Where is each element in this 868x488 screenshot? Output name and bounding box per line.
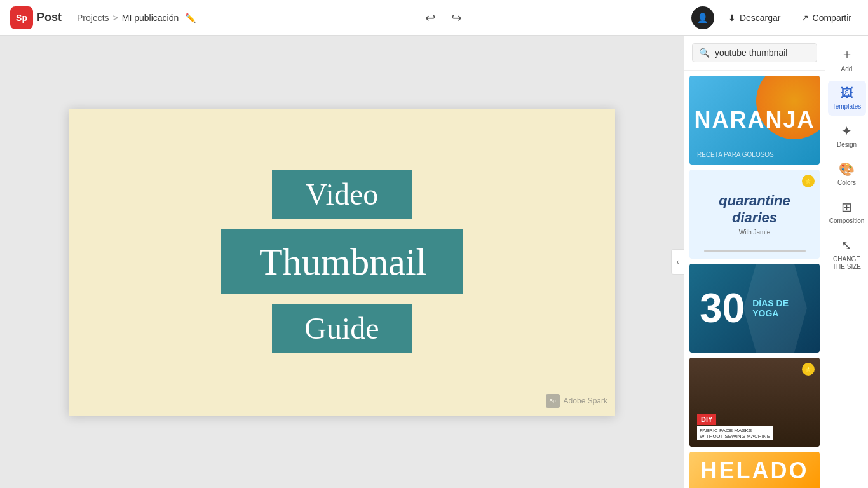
yoga-text-block: DÍAS DE YOGA xyxy=(752,298,810,318)
sidebar-change-size-label: CHANGE THE SIZE xyxy=(831,255,864,271)
quarantine-inner: quarantinediaries With Jamie xyxy=(719,193,790,236)
helado-title: HELADO xyxy=(701,458,809,484)
sidebar-templates-label: Templates xyxy=(832,103,862,111)
search-input[interactable] xyxy=(715,48,825,58)
quarantine-title: quarantinediaries xyxy=(719,193,790,226)
templates-grid: NARANJA RECETA PARA GOLOSOS ⭐ quarantine… xyxy=(684,71,825,488)
canvas-block-video[interactable]: Video xyxy=(272,170,412,219)
breadcrumb-separator: > xyxy=(113,13,118,23)
topbar-center: ↩ ↪ xyxy=(196,6,691,29)
video-text: Video xyxy=(306,177,378,211)
colors-icon: 🎨 xyxy=(839,161,855,177)
redo-button[interactable]: ↪ xyxy=(447,6,466,29)
template-card-diy[interactable]: ⭐ DIY FABRIC FACE MASKSWITHOUT SEWING MA… xyxy=(689,358,820,447)
breadcrumb-projects[interactable]: Projects xyxy=(77,13,109,23)
download-icon: ⬇ xyxy=(728,13,736,23)
video-text-box[interactable]: Video xyxy=(272,170,412,219)
user-avatar[interactable]: 👤 xyxy=(691,6,714,29)
change-size-icon: ⤡ xyxy=(841,238,852,253)
template-card-quarantine[interactable]: ⭐ quarantinediaries With Jamie xyxy=(689,170,820,259)
app-name: Post xyxy=(37,11,62,24)
template-card-naranja[interactable]: NARANJA RECETA PARA GOLOSOS xyxy=(689,76,820,165)
canvas[interactable]: Video Thumbnail Guide Sp Adobe Spark xyxy=(69,109,615,416)
sidebar-item-templates[interactable]: 🖼 Templates xyxy=(828,81,866,116)
templates-icon: 🖼 xyxy=(841,86,853,100)
guide-text-box[interactable]: Guide xyxy=(272,304,412,353)
sidebar-item-colors[interactable]: 🎨 Colors xyxy=(828,156,866,192)
template-card-helado[interactable]: HELADO xyxy=(689,452,820,488)
search-wrapper[interactable]: 🔍 ✕ xyxy=(692,43,817,62)
share-icon: ↗ xyxy=(801,13,809,23)
app-logo[interactable]: Sp Post xyxy=(10,6,62,29)
template-card-yoga[interactable]: 30 DÍAS DE YOGA xyxy=(689,264,820,353)
topbar: Sp Post Projects > MI publicación ✏️ ↩ ↪… xyxy=(0,0,868,36)
breadcrumb: Projects > MI publicación ✏️ xyxy=(77,13,196,23)
breadcrumb-current: MI publicación xyxy=(122,13,179,23)
watermark-label: Adobe Spark xyxy=(564,396,607,405)
logo-icon: Sp xyxy=(10,6,33,29)
quarantine-book-decoration xyxy=(704,250,806,252)
premium-badge-quarantine: ⭐ xyxy=(802,175,815,187)
canvas-area[interactable]: Video Thumbnail Guide Sp Adobe Spark xyxy=(0,36,684,488)
right-sidebar-icons: ＋ Add 🖼 Templates ✦ Design 🎨 Colors ⊞ Co… xyxy=(825,36,868,488)
sidebar-item-design[interactable]: ✦ Design xyxy=(828,118,866,154)
sidebar-add-label: Add xyxy=(841,65,853,73)
sidebar-item-change-size[interactable]: ⤡ CHANGE THE SIZE xyxy=(828,233,866,276)
diy-badge: DIY FABRIC FACE MASKSWITHOUT SEWING MACH… xyxy=(697,413,773,440)
collapse-panel-button[interactable]: ‹ xyxy=(671,249,684,274)
search-bar: 🔍 ✕ xyxy=(684,36,825,71)
yoga-number: 30 xyxy=(700,288,745,329)
sidebar-item-composition[interactable]: ⊞ Composition xyxy=(828,194,866,230)
canvas-watermark: Sp Adobe Spark xyxy=(546,394,607,408)
diy-subtitle: FABRIC FACE MASKSWITHOUT SEWING MACHINE xyxy=(697,426,773,440)
sidebar-item-add[interactable]: ＋ Add xyxy=(828,41,866,78)
topbar-right: 👤 ⬇ Descargar ↗ Compartir xyxy=(691,6,858,29)
templates-panel: 🔍 ✕ NARANJA RECETA PARA GOLOSOS ⭐ qu xyxy=(684,36,825,488)
composition-icon: ⊞ xyxy=(841,200,852,215)
design-icon: ✦ xyxy=(841,123,852,139)
right-panel: 🔍 ✕ NARANJA RECETA PARA GOLOSOS ⭐ qu xyxy=(684,36,868,488)
sidebar-design-label: Design xyxy=(837,141,857,149)
watermark-logo-icon: Sp xyxy=(546,394,560,408)
sidebar-colors-label: Colors xyxy=(837,179,856,187)
search-icon: 🔍 xyxy=(699,48,710,58)
download-button[interactable]: ⬇ Descargar xyxy=(722,9,787,27)
naranja-title: NARANJA xyxy=(694,107,815,133)
main-content: Video Thumbnail Guide Sp Adobe Spark xyxy=(0,36,868,488)
canvas-block-guide[interactable]: Guide xyxy=(272,304,412,353)
thumbnail-text-box[interactable]: Thumbnail xyxy=(221,229,463,294)
undo-button[interactable]: ↩ xyxy=(421,6,440,29)
add-icon: ＋ xyxy=(841,46,853,63)
edit-title-icon[interactable]: ✏️ xyxy=(185,13,196,23)
canvas-block-thumbnail[interactable]: Thumbnail xyxy=(221,229,463,294)
share-button[interactable]: ↗ Compartir xyxy=(795,9,858,27)
sidebar-composition-label: Composition xyxy=(829,217,865,225)
premium-badge-diy: ⭐ xyxy=(802,363,815,376)
diy-title: DIY xyxy=(697,414,716,425)
guide-text: Guide xyxy=(304,311,379,345)
yoga-label: DÍAS DE YOGA xyxy=(752,298,810,318)
thumbnail-text: Thumbnail xyxy=(259,241,426,283)
quarantine-subtitle: With Jamie xyxy=(719,229,790,236)
naranja-subtitle: RECETA PARA GOLOSOS xyxy=(697,151,774,158)
